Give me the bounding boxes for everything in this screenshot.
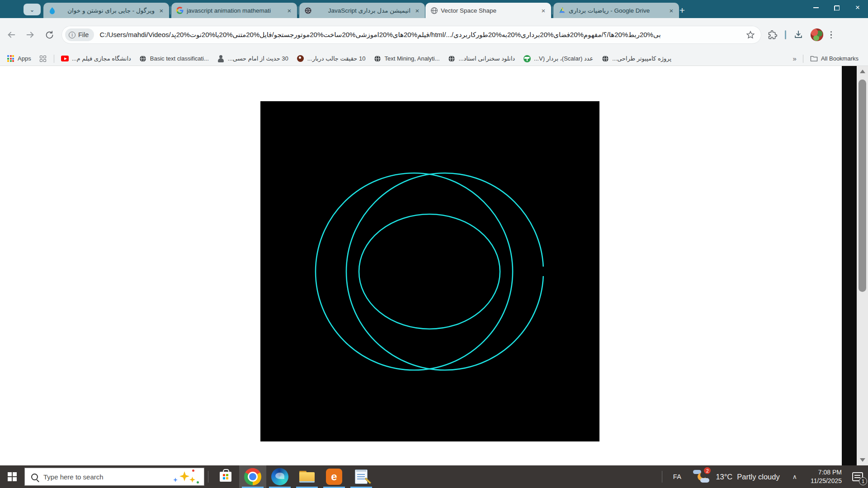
tab-strip: ویرگول - جایی برای نوشتن و خوان × javasc… [43, 3, 679, 18]
vector-ellipse-inner [359, 214, 500, 329]
tab-close-icon[interactable]: × [539, 6, 547, 14]
forward-button[interactable] [23, 27, 38, 42]
apps-shortcut[interactable]: Apps [3, 53, 35, 64]
search-icon [31, 474, 38, 480]
action-center-button[interactable]: 1 [847, 465, 868, 488]
clock-time: 7:08 PM [811, 468, 842, 477]
copilot-sparkle-icon [170, 468, 199, 486]
folder-icon [810, 55, 818, 62]
globe-icon [430, 6, 438, 14]
taskbar-clock[interactable]: 7:08 PM 11/25/2025 [805, 468, 847, 485]
google-icon [176, 6, 184, 14]
edge-icon [271, 468, 288, 485]
tab-close-icon[interactable]: × [157, 6, 165, 14]
close-icon: × [855, 3, 860, 12]
window-controls: × [806, 0, 868, 15]
tab-google-drive[interactable]: ریاضیات برداری - Google Drive × [553, 3, 679, 18]
language-indicator[interactable]: FA [666, 473, 689, 480]
chevron-down-icon: ⌄ [30, 6, 35, 13]
globe-icon [373, 55, 381, 62]
chrome-icon [244, 468, 261, 485]
vector-shape-canvas [260, 101, 599, 441]
tab-vector-space-shape[interactable]: Vector Space Shape × [425, 3, 551, 18]
url-text[interactable]: C:/Users/mahdi/Videos/فیلم%20های%20اموزش… [99, 31, 746, 39]
scroll-down-icon[interactable] [860, 458, 865, 462]
collections-icon [39, 55, 47, 62]
start-button[interactable] [0, 465, 24, 488]
tab-chatgpt[interactable]: انیمیشن مدل برداری JavaScript × [299, 3, 425, 18]
address-bar[interactable]: i File C:/Users/mahdi/Videos/فیلم%20های%… [61, 26, 761, 44]
weather-badge: 2 [704, 467, 711, 474]
windows-logo-icon [8, 472, 17, 481]
tab-google-search[interactable]: javascript animation mathemati × [171, 3, 297, 18]
restore-icon [835, 5, 840, 10]
bookmark-label: 30 حدیث از امام حسی... [228, 55, 288, 62]
minimize-icon [813, 7, 819, 8]
taskbar-search-input[interactable]: Type here to search [24, 468, 204, 486]
google-drive-icon [558, 6, 566, 14]
bookmark-item[interactable]: Basic text classificati... [135, 53, 213, 64]
page-edge-strip [842, 66, 857, 465]
taskbar-app-chrome[interactable] [239, 465, 266, 488]
apps-grid-icon [7, 55, 14, 62]
globe-icon [601, 55, 609, 62]
tab-strip-menu-button[interactable]: ⌄ [24, 4, 41, 15]
download-icon[interactable] [793, 30, 803, 40]
taskbar: Type here to search e FA [0, 465, 868, 488]
browser-menu-icon[interactable] [830, 31, 832, 39]
taskbar-app-edge[interactable] [266, 465, 293, 488]
tab-separator [552, 6, 552, 14]
bookmark-item[interactable]: پروژه کامپیوتر طراحی... [597, 53, 675, 64]
bookmark-item[interactable]: عدد (Scalar)، بردار (V... [519, 53, 597, 64]
taskbar-app-orange[interactable]: e [321, 465, 348, 488]
virgool-drop-icon [48, 6, 56, 14]
bookmark-item[interactable]: 10 حقیقت جالب دربار... [292, 53, 370, 64]
url-scheme-chip[interactable]: i File [65, 28, 94, 41]
page-scrollbar[interactable] [857, 66, 868, 465]
tab-close-icon[interactable]: × [285, 6, 293, 14]
window-minimize-button[interactable] [806, 0, 826, 15]
bookmark-item[interactable]: Text Mining, Analyti... [369, 53, 443, 64]
back-button[interactable] [4, 27, 19, 42]
bookmark-label: پروژه کامپیوتر طراحی... [612, 55, 671, 62]
scrollbar-thumb[interactable] [859, 80, 866, 292]
person-icon [217, 55, 225, 62]
stroke-gap [541, 267, 546, 276]
bookmark-label: 10 حقیقت جالب دربار... [307, 55, 366, 62]
bookmark-star-icon[interactable] [746, 30, 755, 39]
tab-separator [170, 6, 170, 14]
bookmarks-overflow-icon[interactable]: » [789, 55, 800, 62]
all-bookmarks-button[interactable]: All Bookmarks [806, 53, 863, 64]
extensions-icon[interactable] [768, 30, 778, 40]
orange-e-icon: e [326, 469, 342, 485]
tray-expand-icon[interactable]: ∧ [784, 473, 805, 480]
tab-title: javascript animation mathemati [187, 7, 283, 14]
weather-widget[interactable]: 2 13°C Partly cloudy [689, 469, 784, 484]
tab-virgool[interactable]: ویرگول - جایی برای نوشتن و خوان × [43, 3, 169, 18]
weather-temp: 13°C [716, 473, 732, 481]
vector-circle-left [316, 173, 513, 370]
taskbar-app-notepad[interactable] [348, 465, 375, 488]
reload-button[interactable] [42, 27, 57, 42]
tab-close-icon[interactable]: × [667, 6, 675, 14]
file-explorer-icon [299, 471, 315, 483]
scroll-up-icon[interactable] [860, 70, 865, 73]
window-restore-button[interactable] [826, 0, 847, 15]
notification-badge: 1 [859, 477, 867, 485]
bookmark-item[interactable]: دانلود سخنرانی استاد... [444, 53, 519, 64]
new-tab-button[interactable]: + [676, 5, 688, 16]
bookmark-item[interactable]: 30 حدیث از امام حسی... [213, 53, 292, 64]
taskbar-app-file-explorer[interactable] [293, 465, 321, 488]
microsoft-store-icon [220, 472, 231, 482]
bookmarks-divider [803, 55, 803, 63]
tab-separator [298, 6, 298, 14]
reading-list-button[interactable] [35, 53, 51, 64]
window-close-button[interactable]: × [847, 0, 868, 15]
tab-close-icon[interactable]: × [413, 6, 421, 14]
bookmark-item[interactable]: دانشگاه مجازی فیلم م... [57, 53, 135, 64]
taskbar-app-store[interactable] [212, 465, 239, 488]
chatgpt-icon [304, 6, 312, 14]
taskbar-tray: FA 2 13°C Partly cloudy ∧ 7:08 PM 11/25/… [658, 465, 868, 488]
bookmark-label: دانلود سخنرانی استاد... [459, 55, 515, 62]
profile-avatar[interactable] [811, 28, 823, 41]
